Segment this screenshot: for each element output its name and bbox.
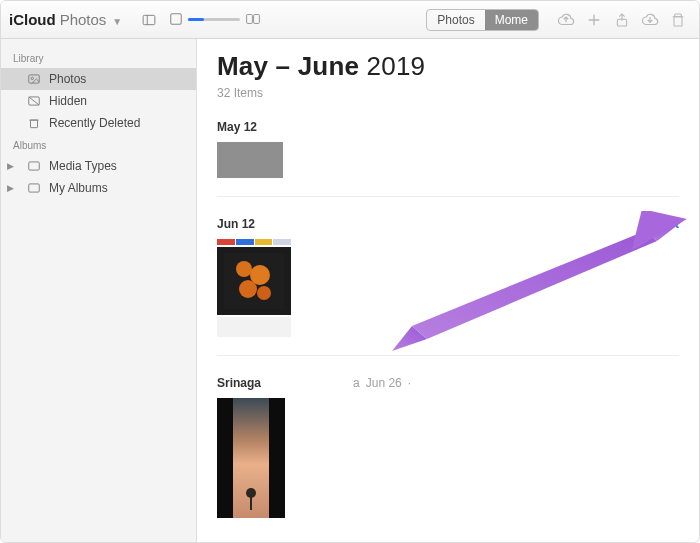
chevron-down-icon[interactable]: ▼	[112, 16, 122, 27]
svg-rect-15	[29, 184, 40, 192]
upload-icon[interactable]	[553, 9, 579, 31]
sidebar-label: Photos	[49, 72, 86, 86]
add-icon[interactable]	[581, 9, 607, 31]
svg-point-19	[239, 280, 257, 298]
sidebar-item-photos[interactable]: Photos	[1, 68, 196, 90]
svg-rect-4	[254, 14, 260, 23]
moments-section: May 12	[217, 120, 679, 197]
view-tab-moments[interactable]: Mome	[485, 10, 538, 30]
view-tab-photos[interactable]: Photos	[427, 10, 484, 30]
svg-rect-13	[31, 120, 38, 128]
sidebar-label: Recently Deleted	[49, 116, 140, 130]
svg-rect-8	[674, 16, 682, 25]
download-icon[interactable]	[637, 9, 663, 31]
section-dot: ·	[408, 376, 411, 390]
svg-point-10	[31, 77, 33, 79]
sidebar-item-my-albums[interactable]: ▶ My Albums	[1, 177, 196, 199]
svg-rect-0	[143, 15, 155, 24]
photo-thumbnail[interactable]	[217, 239, 291, 337]
sidebar-toggle-button[interactable]	[136, 9, 162, 31]
moments-section: Srinaga a Jun 26 ·	[217, 376, 679, 536]
app-title-main: iCloud	[9, 11, 56, 28]
disclosure-triangle-icon[interactable]: ▶	[7, 183, 14, 193]
sidebar: Library Photos Hidden Recently Deleted A…	[1, 39, 197, 542]
item-count: 32 Items	[217, 86, 679, 100]
section-sub-date: Jun 26	[366, 376, 402, 390]
photo-thumbnail[interactable]	[217, 398, 285, 518]
sidebar-item-hidden[interactable]: Hidden	[1, 90, 196, 112]
view-mode-segment[interactable]: Photos Mome	[426, 9, 539, 31]
sidebar-label: My Albums	[49, 181, 108, 195]
svg-rect-2	[171, 13, 182, 24]
section-date: Jun 12	[217, 217, 255, 231]
sidebar-label: Hidden	[49, 94, 87, 108]
toolbar-actions	[553, 9, 691, 31]
zoom-control[interactable]	[170, 11, 260, 29]
svg-rect-14	[29, 162, 40, 170]
svg-line-12	[29, 97, 40, 105]
zoom-in-icon[interactable]	[246, 11, 260, 29]
sidebar-item-media-types[interactable]: ▶ Media Types	[1, 155, 196, 177]
sidebar-heading-library: Library	[1, 47, 196, 68]
share-icon[interactable]	[609, 9, 635, 31]
heading-year: 2019	[367, 51, 426, 81]
sidebar-label: Media Types	[49, 159, 117, 173]
heading-range: May – June	[217, 51, 359, 81]
section-location: Srinaga	[217, 376, 261, 390]
sidebar-item-recently-deleted[interactable]: Recently Deleted	[1, 112, 196, 134]
photo-thumbnail[interactable]	[217, 142, 283, 178]
sidebar-heading-albums: Albums	[1, 134, 196, 155]
app-title[interactable]: iCloud Photos ▼	[9, 11, 122, 28]
toolbar: iCloud Photos ▼ Photos Mome	[1, 1, 699, 39]
zoom-slider[interactable]	[188, 18, 240, 21]
svg-point-17	[236, 261, 252, 277]
zoom-out-icon[interactable]	[170, 11, 182, 29]
app-title-sub: Photos	[60, 11, 107, 28]
main-content: May – June 2019 32 Items May 12 Jun 12 S…	[197, 39, 699, 542]
svg-point-20	[257, 286, 271, 300]
moments-section: Jun 12 Select	[217, 217, 679, 356]
svg-rect-3	[247, 14, 253, 23]
trash-icon[interactable]	[665, 9, 691, 31]
page-title: May – June 2019	[217, 51, 679, 82]
section-mid: a	[353, 376, 360, 390]
disclosure-triangle-icon[interactable]: ▶	[7, 161, 14, 171]
select-link[interactable]: Select	[644, 217, 679, 231]
section-date: May 12	[217, 120, 257, 134]
